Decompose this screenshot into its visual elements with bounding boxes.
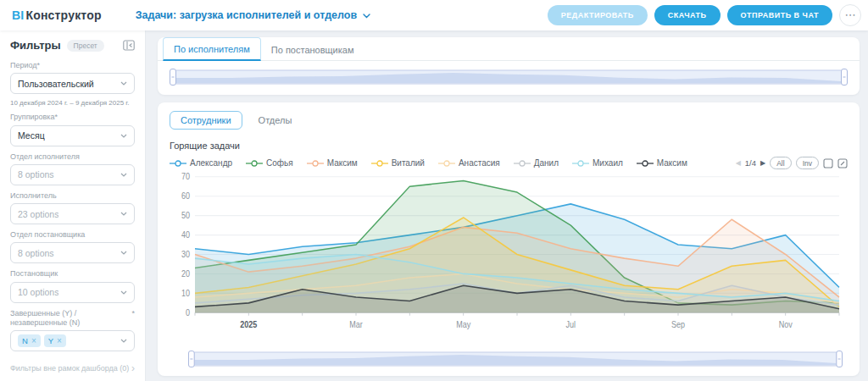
chevron-down-icon	[120, 251, 127, 255]
legend-select-all-button[interactable]: All	[770, 157, 791, 169]
tab-departments[interactable]: Отделы	[248, 111, 303, 130]
chevron-down-icon	[120, 212, 127, 216]
legend-item[interactable]: Данил	[514, 158, 559, 168]
executor-select[interactable]: 23 options	[10, 203, 135, 224]
svg-text:30: 30	[181, 249, 190, 259]
completed-label: Завершенные (Y) / незавершенные (N) *	[10, 309, 135, 329]
svg-text:40: 40	[181, 229, 190, 240]
download-button[interactable]: СКАЧАТЬ	[654, 5, 721, 25]
collapse-sidebar-icon[interactable]	[123, 40, 135, 51]
legend-row: АлександрСофьяМаксимВиталийАнастасияДани…	[170, 157, 848, 169]
clear-selection-icon[interactable]	[837, 158, 848, 168]
logo-bi: BI	[12, 8, 24, 22]
executor-dept-select[interactable]: 8 options	[10, 164, 135, 185]
legend-item[interactable]: Александр	[170, 158, 232, 168]
svg-text:Nov: Nov	[779, 320, 793, 330]
svg-text:Jul: Jul	[566, 320, 576, 330]
grouping-label: Группировка*	[10, 113, 135, 122]
select-area-icon[interactable]	[823, 158, 833, 168]
chart-title: Горящие задачи	[170, 141, 848, 151]
header-actions: РЕДАКТИРОВАТЬ СКАЧАТЬ ОТПРАВИТЬ В ЧАТ ⋯	[548, 4, 861, 26]
app-logo[interactable]: BIКонструктор	[12, 8, 102, 22]
svg-text:May: May	[456, 320, 470, 330]
main-content: По исполнителям По постановщикам Сотрудн…	[146, 30, 868, 381]
chip-y[interactable]: Y×	[44, 334, 66, 347]
view-panel: По исполнителям По постановщикам	[158, 37, 860, 95]
svg-text:10: 10	[181, 288, 190, 298]
svg-text:2025: 2025	[240, 320, 258, 330]
chevron-right-icon: ›	[131, 362, 135, 374]
legend-items: АлександрСофьяМаксимВиталийАнастасияДани…	[170, 158, 687, 168]
chart-area: 0102030405060702025MarMayJulSepNov	[170, 171, 848, 347]
executor-label: Исполнитель	[10, 191, 135, 201]
author-label: Постановщик	[10, 269, 135, 279]
grouping-select[interactable]: Месяц	[10, 125, 135, 146]
tab-employees[interactable]: Сотрудники	[170, 111, 242, 130]
legend-item[interactable]: Максим	[637, 158, 687, 168]
legend-invert-button[interactable]: Inv	[796, 157, 819, 169]
data-zoom-bottom[interactable]	[188, 351, 843, 367]
filters-title: Фильтры	[10, 39, 61, 52]
filters-sidebar: Фильтры Пресет Период* Пользовательский …	[0, 30, 146, 381]
period-range-hint: 10 декабря 2024 г. – 9 декабря 2025 г.	[10, 99, 135, 107]
view-tabs: По исполнителям По постановщикам	[158, 37, 860, 61]
executor-dept-label: Отдел исполнителя	[10, 152, 135, 162]
tab-by-executors[interactable]: По исполнителям	[163, 37, 261, 61]
chip-n[interactable]: N×	[18, 334, 41, 347]
legend-item[interactable]: Виталий	[371, 158, 425, 168]
entity-tabs: Сотрудники Отделы	[170, 111, 848, 130]
chevron-down-icon	[363, 14, 370, 19]
svg-text:50: 50	[181, 211, 190, 221]
legend-prev-icon[interactable]: ◀	[736, 159, 741, 167]
tab-by-authors[interactable]: По постановщикам	[261, 39, 364, 60]
chevron-down-icon	[120, 339, 127, 343]
top-bar: BIКонструктор Задачи: загрузка исполните…	[0, 0, 868, 30]
chip-remove-icon[interactable]: ×	[31, 336, 36, 345]
completed-select[interactable]: N× Y×	[10, 330, 135, 351]
app: BIКонструктор Задачи: загрузка исполните…	[0, 0, 868, 381]
preset-badge: Пресет	[67, 40, 104, 52]
data-zoom-top[interactable]	[170, 69, 848, 86]
legend-item[interactable]: Софья	[246, 158, 293, 168]
svg-text:70: 70	[181, 172, 190, 182]
edit-button[interactable]: РЕДАКТИРОВАТЬ	[548, 5, 648, 25]
legend-item[interactable]: Максим	[307, 158, 358, 168]
author-dept-select[interactable]: 8 options	[10, 242, 135, 263]
tasks-line-chart[interactable]: 0102030405060702025MarMayJulSepNov	[170, 171, 848, 347]
svg-text:0: 0	[186, 307, 190, 318]
author-select[interactable]: 10 options	[10, 282, 135, 303]
logo-name: Конструктор	[25, 8, 101, 22]
send-to-chat-button[interactable]: ОТПРАВИТЬ В ЧАТ	[727, 5, 833, 25]
dashboard-title[interactable]: Задачи: загрузка исполнителей и отделов	[136, 9, 370, 21]
period-label: Период*	[10, 61, 135, 70]
chevron-down-icon	[120, 134, 127, 138]
legend-page-indicator: 1/4	[745, 158, 756, 168]
svg-text:60: 60	[181, 191, 190, 202]
more-menu-button[interactable]: ⋯	[839, 4, 861, 26]
filters-outside-dashboard[interactable]: Фильтры вне рамок дашборда (0) ›	[10, 362, 135, 374]
legend-next-icon[interactable]: ▶	[760, 159, 765, 167]
legend-item[interactable]: Михаил	[572, 158, 623, 168]
period-select[interactable]: Пользовательский	[10, 73, 135, 94]
author-dept-label: Отдел постановщика	[10, 230, 135, 240]
chart-card: Сотрудники Отделы Горящие задачи Алексан…	[158, 102, 860, 376]
legend-controls: ◀ 1/4 ▶ All Inv	[736, 157, 848, 169]
chevron-down-icon	[120, 290, 127, 295]
svg-text:20: 20	[181, 268, 190, 279]
chevron-down-icon	[120, 173, 127, 177]
chip-remove-icon[interactable]: ×	[57, 336, 62, 345]
required-asterisk: *	[131, 309, 135, 318]
svg-text:Mar: Mar	[349, 320, 363, 330]
dashboard-title-text: Задачи: загрузка исполнителей и отделов	[136, 9, 357, 21]
chevron-down-icon	[120, 81, 127, 86]
legend-item[interactable]: Анастасия	[438, 158, 500, 168]
svg-text:Sep: Sep	[671, 320, 685, 330]
